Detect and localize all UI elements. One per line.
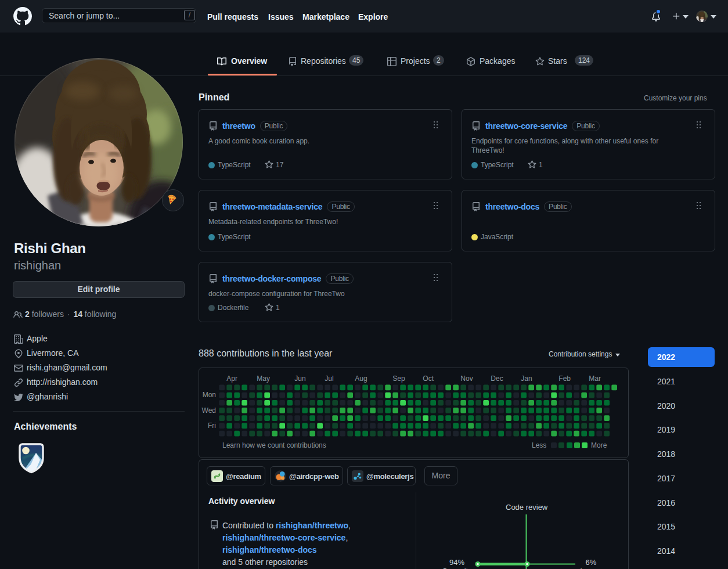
svg-text:Mon: Mon	[203, 391, 216, 399]
svg-text:Feb: Feb	[558, 374, 571, 383]
svg-text:Nov: Nov	[460, 374, 473, 383]
svg-text:Fri: Fri	[208, 422, 216, 430]
svg-text:Dec: Dec	[491, 374, 503, 383]
svg-text:May: May	[257, 374, 270, 383]
svg-text:Aug: Aug	[355, 374, 367, 383]
svg-text:Wed: Wed	[202, 406, 216, 415]
svg-text:Jul: Jul	[325, 374, 333, 383]
svg-text:Apr: Apr	[226, 374, 237, 383]
svg-text:Mar: Mar	[589, 374, 601, 383]
svg-text:Jan: Jan	[521, 374, 532, 383]
svg-text:Jun: Jun	[294, 374, 305, 383]
svg-text:Sep: Sep	[392, 374, 405, 383]
svg-text:Oct: Oct	[423, 374, 434, 383]
